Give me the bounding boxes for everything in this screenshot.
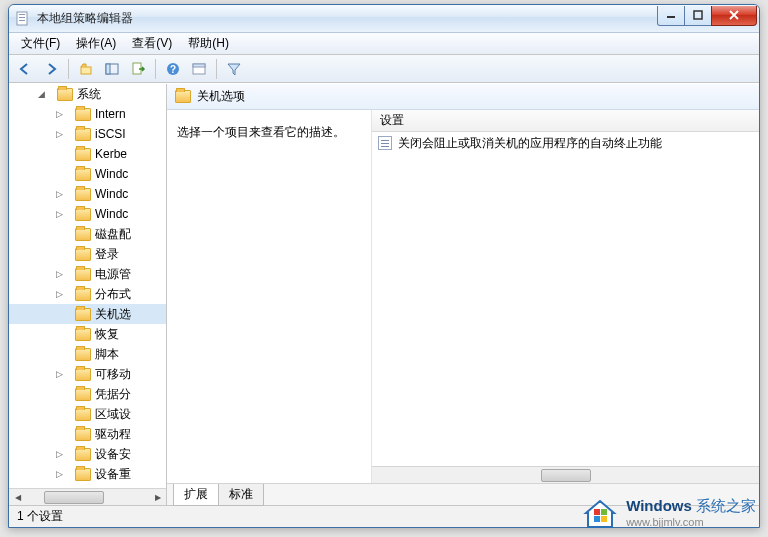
folder-icon	[75, 288, 91, 301]
path-title: 关机选项	[197, 88, 245, 105]
list-header[interactable]: 设置	[372, 110, 759, 132]
tree-item[interactable]: 凭据分	[9, 384, 166, 404]
tree-item[interactable]: ▷iSCSI	[9, 124, 166, 144]
tree-item[interactable]: ▷Windc	[9, 184, 166, 204]
tree-item[interactable]: 关机选	[9, 304, 166, 324]
list-pane: 设置 关闭会阻止或取消关机的应用程序的自动终止功能	[372, 110, 759, 483]
scroll-thumb[interactable]	[44, 491, 104, 504]
tree-scroll[interactable]: ◢系统▷Intern▷iSCSIKerbeWindc▷Windc▷Windc磁盘…	[9, 84, 166, 488]
filter-button[interactable]	[222, 57, 246, 81]
statusbar: 1 个设置	[9, 505, 759, 527]
menu-view[interactable]: 查看(V)	[124, 33, 180, 54]
tree-root[interactable]: ◢系统	[9, 84, 166, 104]
expand-icon[interactable]: ▷	[53, 289, 65, 299]
tree-item[interactable]: ▷电源管	[9, 264, 166, 284]
tree-item[interactable]: 脚本	[9, 344, 166, 364]
tab-standard[interactable]: 标准	[218, 484, 264, 506]
expand-icon[interactable]: ▷	[53, 209, 65, 219]
tree-item[interactable]: ▷可移动	[9, 364, 166, 384]
tab-strip: 扩展 标准	[167, 483, 759, 505]
expand-icon[interactable]: ▷	[53, 189, 65, 199]
tree-item[interactable]: 登录	[9, 244, 166, 264]
svg-rect-3	[19, 20, 25, 21]
tree-item[interactable]: 恢复	[9, 324, 166, 344]
help-button[interactable]: ?	[161, 57, 185, 81]
folder-icon	[75, 348, 91, 361]
toolbar-separator	[216, 59, 217, 79]
folder-icon	[75, 148, 91, 161]
tree-item[interactable]: ▷Intern	[9, 104, 166, 124]
tree-label: 磁盘配	[95, 226, 131, 243]
svg-rect-13	[193, 64, 205, 67]
scroll-thumb[interactable]	[541, 469, 591, 482]
svg-rect-4	[667, 16, 675, 18]
minimize-button[interactable]	[657, 6, 685, 26]
app-icon	[15, 11, 31, 27]
folder-icon	[175, 90, 191, 103]
list-hscrollbar[interactable]	[372, 466, 759, 483]
path-bar: 关机选项	[167, 84, 759, 110]
tree-item[interactable]: 磁盘配	[9, 224, 166, 244]
client-area: ◢系统▷Intern▷iSCSIKerbeWindc▷Windc▷Windc磁盘…	[9, 83, 759, 505]
expand-icon[interactable]: ▷	[53, 109, 65, 119]
toolbar-separator	[68, 59, 69, 79]
tree-item[interactable]: 驱动程	[9, 424, 166, 444]
app-window: 本地组策略编辑器 文件(F) 操作(A) 查看(V) 帮助(H) ? ◢系统▷I…	[8, 4, 760, 528]
tree-label: 设备安	[95, 446, 131, 463]
tree-label: 系统	[77, 86, 101, 103]
tree-item[interactable]: ▷设备重	[9, 464, 166, 484]
tree-item[interactable]: ▷Windc	[9, 204, 166, 224]
tree-hscrollbar[interactable]: ◀ ▶	[9, 488, 166, 505]
tree-label: 凭据分	[95, 386, 131, 403]
content-area: 选择一个项目来查看它的描述。 设置 关闭会阻止或取消关机的应用程序的自动终止功能	[167, 110, 759, 483]
list-item[interactable]: 关闭会阻止或取消关机的应用程序的自动终止功能	[372, 132, 759, 154]
expand-icon[interactable]: ▷	[53, 369, 65, 379]
svg-rect-5	[694, 11, 702, 19]
folder-icon	[75, 408, 91, 421]
scroll-right-icon[interactable]: ▶	[149, 490, 166, 505]
description-text: 选择一个项目来查看它的描述。	[177, 125, 345, 139]
folder-icon	[75, 188, 91, 201]
tree-label: 可移动	[95, 366, 131, 383]
properties-button[interactable]	[187, 57, 211, 81]
expand-icon[interactable]: ▷	[53, 449, 65, 459]
folder-icon	[75, 468, 91, 481]
tab-extended[interactable]: 扩展	[173, 484, 219, 506]
folder-icon	[75, 228, 91, 241]
menu-help[interactable]: 帮助(H)	[180, 33, 237, 54]
expand-icon[interactable]: ▷	[53, 269, 65, 279]
titlebar[interactable]: 本地组策略编辑器	[9, 5, 759, 33]
tree-item[interactable]: Kerbe	[9, 144, 166, 164]
expand-icon[interactable]: ▷	[53, 469, 65, 479]
menu-file[interactable]: 文件(F)	[13, 33, 68, 54]
tree-label: Intern	[95, 107, 126, 121]
maximize-button[interactable]	[684, 6, 712, 26]
svg-rect-8	[106, 64, 110, 74]
svg-rect-1	[19, 14, 25, 15]
svg-rect-0	[17, 12, 27, 25]
svg-rect-2	[19, 17, 25, 18]
policy-icon	[378, 136, 392, 150]
forward-button[interactable]	[39, 57, 63, 81]
tree-item[interactable]: ▷设备安	[9, 444, 166, 464]
folder-icon	[75, 328, 91, 341]
tree-item[interactable]: ▷分布式	[9, 284, 166, 304]
scroll-left-icon[interactable]: ◀	[9, 490, 26, 505]
collapse-icon[interactable]: ◢	[35, 89, 47, 99]
tree-label: Windc	[95, 187, 128, 201]
list-item-text: 关闭会阻止或取消关机的应用程序的自动终止功能	[398, 135, 662, 152]
tree-label: 驱动程	[95, 426, 131, 443]
tree-item[interactable]: 区域设	[9, 404, 166, 424]
tree-label: 分布式	[95, 286, 131, 303]
tree-label: 电源管	[95, 266, 131, 283]
menu-action[interactable]: 操作(A)	[68, 33, 124, 54]
export-button[interactable]	[126, 57, 150, 81]
back-button[interactable]	[13, 57, 37, 81]
tree-label: 恢复	[95, 326, 119, 343]
expand-icon[interactable]: ▷	[53, 129, 65, 139]
close-button[interactable]	[711, 6, 757, 26]
tree-item[interactable]: Windc	[9, 164, 166, 184]
show-hide-tree-button[interactable]	[100, 57, 124, 81]
up-button[interactable]	[74, 57, 98, 81]
folder-icon	[75, 208, 91, 221]
